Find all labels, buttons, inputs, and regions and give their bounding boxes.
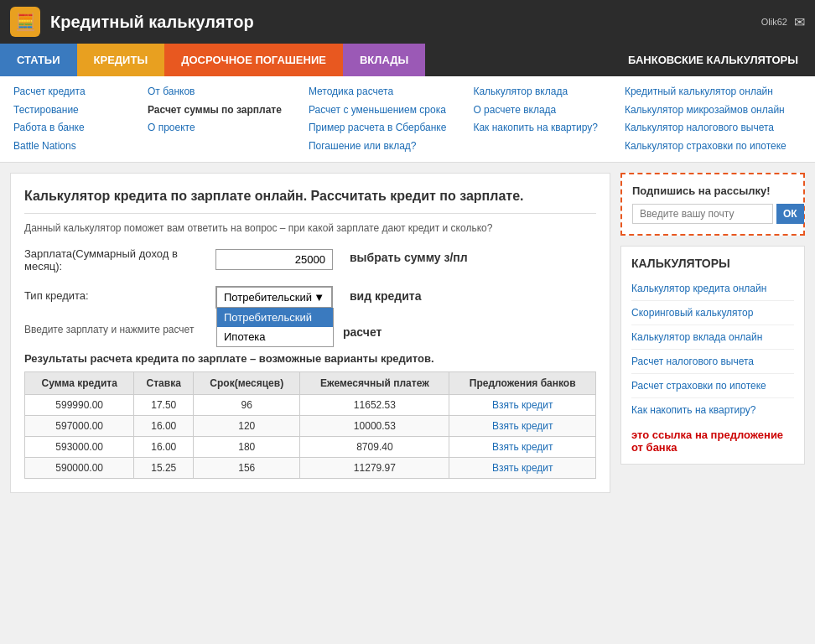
subnav-link-save-apartment[interactable]: Как накопить на квартиру? bbox=[473, 119, 598, 138]
table-row: 593000.00 16.00 180 8709.40 Взять кредит bbox=[25, 436, 596, 457]
credit-type-form-left: Тип кредита: Потребительский ▼ Потребите… bbox=[24, 286, 333, 315]
subnav-col-3: Методика расчета Расчет с уменьшением ср… bbox=[295, 83, 459, 155]
cell-term: 156 bbox=[194, 457, 300, 478]
salary-row: Зарплата(Суммарный доход в месяц): выбра… bbox=[24, 247, 596, 279]
cell-payment: 11279.97 bbox=[300, 457, 449, 478]
credit-offer-link[interactable]: Взять кредит bbox=[492, 399, 553, 411]
subnav-link-method[interactable]: Методика расчета bbox=[309, 83, 446, 101]
cell-term: 180 bbox=[194, 436, 300, 457]
sidebar-red-note: это ссылка на предложение от банка bbox=[631, 428, 794, 454]
main-nav: СТАТЬИ КРЕДИТЫ ДОСРОЧНОЕ ПОГАШЕНИЕ ВКЛАД… bbox=[0, 44, 815, 76]
table-row: 597000.00 16.00 120 10000.53 Взять креди… bbox=[25, 415, 596, 436]
page-title: Калькулятор кредита по зарплате онлайн. … bbox=[24, 187, 596, 205]
cell-link[interactable]: Взять кредит bbox=[449, 436, 596, 457]
subnav-link-about-deposit[interactable]: О расчете вклада bbox=[473, 101, 598, 120]
col-header-payment: Ежемесячный платеж bbox=[300, 371, 449, 394]
subnav-link-insurance-calc[interactable]: Калькулятор страховки по ипотеке bbox=[625, 138, 786, 156]
dropdown-list: Потребительский Ипотека bbox=[216, 308, 334, 347]
salary-side-label: выбрать сумму з/пл bbox=[350, 247, 596, 264]
nav-item-bank-calcs[interactable]: БАНКОВСКИЕ КАЛЬКУЛЯТОРЫ bbox=[425, 44, 815, 76]
credit-type-label: Тип кредита: bbox=[24, 286, 209, 302]
sidebar-links: Калькулятор кредита онлайнСкоринговый ка… bbox=[631, 278, 794, 422]
envelope-icon: ✉ bbox=[794, 14, 805, 30]
dropdown-option-mortgage[interactable]: Ипотека bbox=[217, 327, 333, 346]
nav-item-articles[interactable]: СТАТЬИ bbox=[0, 44, 77, 76]
newsletter-box: Подпишись на рассылку! ОК bbox=[620, 173, 805, 236]
cell-payment: 11652.53 bbox=[300, 394, 449, 415]
col-header-sum: Сумма кредита bbox=[25, 371, 134, 394]
newsletter-title: Подпишись на рассылку! bbox=[632, 184, 793, 197]
header-right: Olik62 ✉ bbox=[761, 14, 805, 30]
subnav-link-tax-calc[interactable]: Калькулятор налогового вычета bbox=[625, 119, 786, 138]
subnav-link-testing[interactable]: Тестирование bbox=[13, 101, 121, 120]
calc-description: Данный калькулятор поможет вам ответить … bbox=[24, 213, 596, 234]
app-title: Кредитный калькулятор bbox=[50, 13, 751, 32]
subnav-link-from-banks[interactable]: От банков bbox=[148, 83, 282, 101]
table-row: 590000.00 15.25 156 11279.97 Взять креди… bbox=[25, 457, 596, 478]
salary-input[interactable] bbox=[215, 249, 333, 270]
sidebar-calc-link[interactable]: Калькулятор кредита онлайн bbox=[631, 278, 794, 301]
credit-type-dropdown[interactable]: Потребительский ▼ Потребительский Ипотек… bbox=[215, 286, 333, 309]
subnav-link-sberbank-example[interactable]: Пример расчета в Сбербанке bbox=[309, 119, 446, 138]
cell-sum: 597000.00 bbox=[25, 415, 134, 436]
subnav-link-bank-work[interactable]: Работа в банке bbox=[13, 119, 121, 138]
nav-item-early-payment[interactable]: ДОСРОЧНОЕ ПОГАШЕНИЕ bbox=[164, 44, 343, 76]
credit-offer-link[interactable]: Взять кредит bbox=[492, 420, 553, 432]
subnav-link-about[interactable]: О проекте bbox=[148, 119, 282, 138]
newsletter-submit-button[interactable]: ОК bbox=[776, 204, 804, 224]
credit-offer-link[interactable]: Взять кредит bbox=[492, 462, 553, 474]
credit-type-group: Тип кредита: Потребительский ▼ Потребите… bbox=[24, 286, 333, 309]
cell-link[interactable]: Взять кредит bbox=[449, 415, 596, 436]
subnav-link-credit-calc-online[interactable]: Кредитный калькулятор онлайн bbox=[625, 83, 786, 101]
dropdown-selected-value: Потребительский bbox=[224, 291, 312, 304]
col-header-term: Срок(месяцев) bbox=[194, 371, 300, 394]
credit-offer-link[interactable]: Взять кредит bbox=[492, 441, 553, 453]
cell-sum: 593000.00 bbox=[25, 436, 134, 457]
subnav-link-battle-nations[interactable]: Battle Nations bbox=[13, 138, 121, 156]
sidebar-calculators-title: КАЛЬКУЛЯТОРЫ bbox=[631, 257, 794, 270]
subnav-link-microloan-calc[interactable]: Калькулятор микрозаймов онлайн bbox=[625, 101, 786, 120]
subnav-link-credit-calc[interactable]: Расчет кредита bbox=[13, 83, 121, 101]
cell-rate: 16.00 bbox=[134, 415, 194, 436]
sidebar-calc-link[interactable]: Скоринговый калькулятор bbox=[631, 303, 794, 325]
cell-link[interactable]: Взять кредит bbox=[449, 457, 596, 478]
subnav-col-2: От банков Расчет суммы по зарплате О про… bbox=[134, 83, 295, 155]
table-head: Сумма кредита Ставка Срок(месяцев) Ежеме… bbox=[25, 371, 596, 394]
sidebar-calc-link[interactable]: Расчет налогового вычета bbox=[631, 351, 794, 374]
subnav-link-deposit-calc[interactable]: Калькулятор вклада bbox=[473, 83, 598, 101]
main-content: Калькулятор кредита по зарплате онлайн. … bbox=[10, 173, 610, 492]
sidebar-calculators-box: КАЛЬКУЛЯТОРЫ Калькулятор кредита онлайнС… bbox=[620, 246, 805, 465]
cell-rate: 17.50 bbox=[134, 394, 194, 415]
cell-term: 120 bbox=[194, 415, 300, 436]
cell-payment: 10000.53 bbox=[300, 415, 449, 436]
col-header-offers: Предложения банков bbox=[449, 371, 596, 394]
credit-type-row: Тип кредита: Потребительский ▼ Потребите… bbox=[24, 286, 596, 315]
newsletter-input-row: ОК bbox=[632, 204, 793, 224]
credit-type-side-label: вид кредита bbox=[350, 286, 596, 303]
dropdown-option-consumer[interactable]: Потребительский bbox=[217, 308, 333, 327]
dropdown-header[interactable]: Потребительский ▼ bbox=[216, 287, 332, 308]
subnav-link-term-reduction[interactable]: Расчет с уменьшением срока bbox=[309, 101, 446, 120]
nav-item-credits[interactable]: КРЕДИТЫ bbox=[77, 44, 165, 76]
cell-payment: 8709.40 bbox=[300, 436, 449, 457]
cell-link[interactable]: Взять кредит bbox=[449, 394, 596, 415]
subnav-link-payment-or-deposit[interactable]: Погашение или вклад? bbox=[309, 138, 446, 156]
table-row: 599990.00 17.50 96 11652.53 Взять кредит bbox=[25, 394, 596, 415]
sidebar-calc-link[interactable]: Как накопить на квартиру? bbox=[631, 400, 794, 422]
newsletter-email-input[interactable] bbox=[632, 204, 773, 224]
col-header-rate: Ставка bbox=[134, 371, 194, 394]
table-header-row: Сумма кредита Ставка Срок(месяцев) Ежеме… bbox=[25, 371, 596, 394]
salary-label: Зарплата(Суммарный доход в месяц): bbox=[24, 247, 209, 273]
cell-rate: 15.25 bbox=[134, 457, 194, 478]
salary-form-left: Зарплата(Суммарный доход в месяц): bbox=[24, 247, 333, 279]
sidebar-calc-link[interactable]: Расчет страховки по ипотеке bbox=[631, 376, 794, 398]
username: Olik62 bbox=[761, 17, 787, 27]
nav-item-deposits[interactable]: ВКЛАДЫ bbox=[343, 44, 425, 76]
header: 🧮 Кредитный калькулятор Olik62 ✉ bbox=[0, 0, 815, 44]
sidebar-calc-link[interactable]: Калькулятор вклада онлайн bbox=[631, 327, 794, 350]
app-icon: 🧮 bbox=[10, 7, 40, 37]
subnav-link-salary-calc[interactable]: Расчет суммы по зарплате bbox=[148, 101, 282, 120]
dropdown-container: Потребительский ▼ Потребительский Ипотек… bbox=[215, 286, 333, 309]
cell-rate: 16.00 bbox=[134, 436, 194, 457]
salary-group: Зарплата(Суммарный доход в месяц): bbox=[24, 247, 333, 273]
